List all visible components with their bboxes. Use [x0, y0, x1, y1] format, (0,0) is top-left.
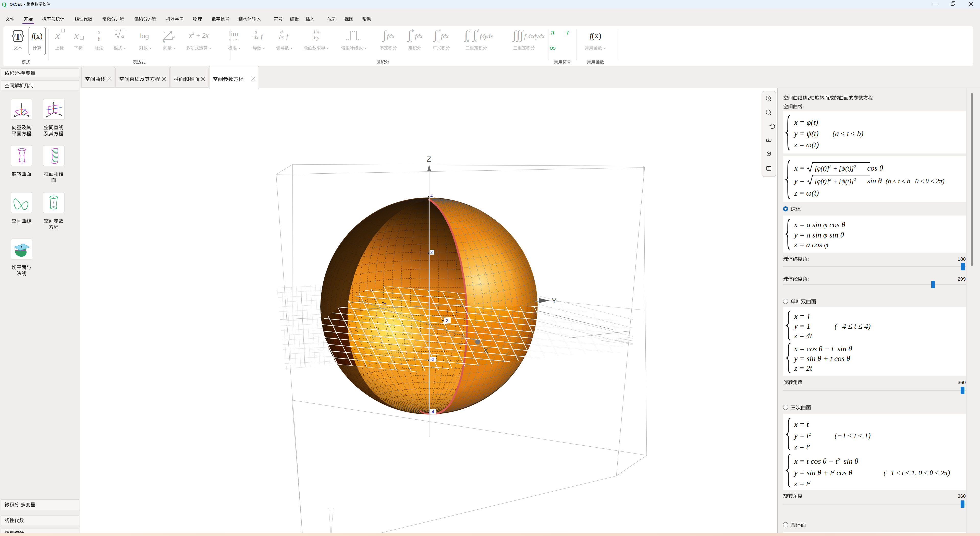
svg-text:log: log: [140, 32, 149, 40]
svg-text:x→∞: x→∞: [229, 37, 239, 42]
svg-text:b: b: [412, 28, 414, 32]
svg-text:sin θ: sin θ: [867, 177, 882, 185]
svg-text:-2: -2: [430, 357, 434, 362]
svg-text:z = ω(t): z = ω(t): [794, 140, 819, 149]
svg-text:f dzdydx: f dzdydx: [524, 33, 545, 40]
svg-text:∫: ∫: [382, 28, 387, 42]
svg-text:Y: Y: [552, 297, 557, 305]
svg-text:-∞: -∞: [436, 38, 441, 42]
svg-text:a: a: [121, 32, 124, 39]
svg-text:x = t: x = t: [794, 420, 809, 429]
svg-text:∫: ∫: [516, 28, 520, 42]
svg-text:fdx: fdx: [415, 33, 423, 40]
svg-text:[φ(t)]2 + [ψ(t)]2: [φ(t)]2 + [ψ(t)]2: [815, 164, 856, 172]
svg-text:180: 180: [958, 256, 966, 262]
svg-text:z = 4t: z = 4t: [794, 332, 812, 340]
svg-text:(a ≤ t ≤ b): (a ≤ t ≤ b): [832, 129, 863, 138]
svg-text:x2 + 2x: x2 + 2x: [189, 31, 208, 39]
svg-text:z = 2t: z = 2t: [794, 364, 812, 372]
svg-text:(−1 ≤ t ≤ 1, 0 ≤ θ ≤ 2π): (−1 ≤ t ≤ 1, 0 ≤ θ ≤ 2π): [883, 469, 950, 477]
svg-text:x =: x =: [794, 164, 805, 172]
svg-text:∞: ∞: [438, 28, 441, 32]
svg-text:fdydx: fdydx: [480, 33, 493, 40]
svg-text:a: a: [467, 38, 469, 42]
svg-text:299: 299: [958, 276, 966, 282]
svg-text:QkCalc -: QkCalc -: [10, 2, 25, 6]
svg-text:Fx: Fx: [313, 29, 320, 35]
svg-text:x = φ(t): x = φ(t): [794, 118, 818, 127]
svg-text:f(x): f(x): [590, 31, 601, 40]
svg-text:∫: ∫: [512, 28, 517, 42]
svg-text:-2: -2: [445, 318, 448, 323]
svg-text:∂x: ∂x: [279, 35, 284, 40]
svg-text:dx: dx: [254, 35, 259, 40]
svg-text:y = 1: y = 1: [794, 322, 811, 330]
svg-text:a: a: [410, 38, 412, 42]
svg-text:z = a cos φ: z = a cos φ: [794, 240, 829, 249]
svg-text:Z: Z: [427, 155, 431, 163]
svg-text:c: c: [164, 29, 165, 34]
svg-text:n: n: [115, 28, 117, 32]
svg-text:fdx: fdx: [387, 33, 395, 40]
svg-text:(−1 ≤ t ≤ 1): (−1 ≤ t ≤ 1): [835, 431, 871, 440]
svg-text:y = sin θ + t cos θ: y = sin θ + t cos θ: [794, 354, 850, 363]
svg-text:y = sin θ + t2 cos θ: y = sin θ + t2 cos θ: [794, 468, 853, 477]
svg-text:[φ(t)]2 + [ψ(t)]2: [φ(t)]2 + [ψ(t)]2: [815, 177, 856, 185]
svg-text:lim: lim: [229, 30, 238, 38]
svg-text:b: b: [469, 28, 471, 32]
svg-text:T: T: [15, 32, 21, 42]
svg-text:x = 1: x = 1: [794, 312, 811, 321]
svg-text:360: 360: [958, 493, 966, 499]
svg-text:z = ω(t): z = ω(t): [794, 189, 819, 198]
svg-text:d: d: [255, 29, 258, 35]
svg-text:360: 360: [958, 380, 966, 385]
svg-text:c: c: [475, 38, 477, 42]
svg-text:a: a: [173, 35, 175, 39]
svg-text:y = ψ(t): y = ψ(t): [794, 129, 819, 138]
svg-text:γ: γ: [566, 28, 569, 35]
svg-text:b: b: [163, 40, 165, 44]
svg-text:d: d: [477, 28, 479, 32]
svg-text:b: b: [98, 35, 100, 42]
svg-text:x: x: [74, 29, 79, 41]
svg-text:z = t3: z = t3: [794, 442, 811, 451]
svg-text:Q: Q: [2, 1, 6, 8]
svg-text:y = t2: y = t2: [794, 431, 811, 440]
svg-text:Fy: Fy: [313, 35, 320, 41]
svg-text:(−4 ≤ t ≤ 4): (−4 ≤ t ≤ 4): [835, 322, 871, 330]
svg-text:2: 2: [430, 250, 433, 255]
svg-text:cos θ: cos θ: [867, 164, 883, 172]
svg-text:fdx: fdx: [441, 33, 449, 40]
svg-text:a: a: [98, 28, 100, 35]
svg-text:∞: ∞: [550, 43, 556, 53]
svg-text:X: X: [483, 346, 488, 354]
svg-text:x: x: [55, 29, 60, 41]
svg-text:f(x): f(x): [32, 32, 42, 40]
svg-text:z = t3: z = t3: [794, 479, 811, 488]
svg-text:x = cos θ − t sin θ: x = cos θ − t sin θ: [794, 345, 852, 353]
svg-text:x = t cos θ − t2 sin θ: x = t cos θ − t2 sin θ: [794, 457, 858, 465]
svg-text:∂: ∂: [280, 29, 283, 35]
svg-text:4: 4: [430, 193, 433, 198]
svg-text:(b ≤ t ≤ b 0 ≤ θ ≤ 2π): (b ≤ t ≤ b 0 ≤ θ ≤ 2π): [886, 177, 945, 185]
svg-text:-4: -4: [430, 409, 434, 414]
svg-text:π: π: [551, 27, 555, 36]
svg-text:x = a sin φ cos θ: x = a sin φ cos θ: [794, 220, 845, 229]
svg-text:y = a sin φ sin θ: y = a sin φ sin θ: [794, 231, 844, 239]
svg-text:∫: ∫: [519, 28, 524, 42]
svg-text:y =: y =: [794, 177, 805, 185]
